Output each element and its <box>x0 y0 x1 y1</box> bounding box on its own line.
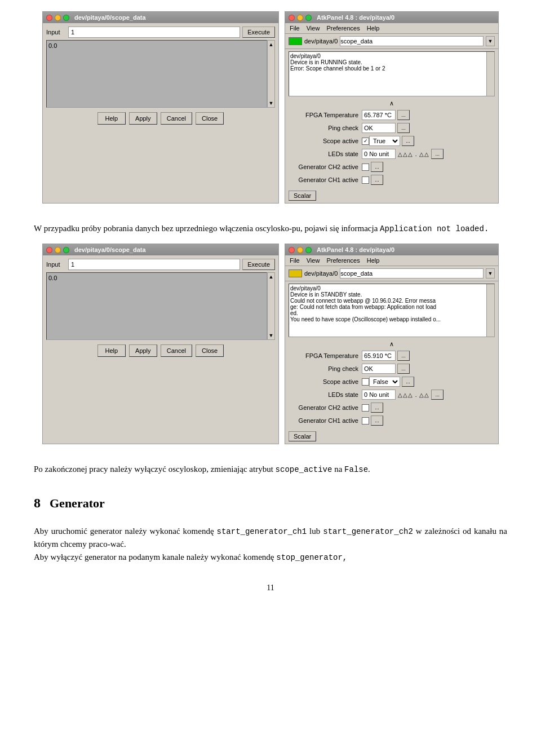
menu-bar-top: File View Preferences Help <box>285 23 498 34</box>
menu-preferences-bottom[interactable]: Preferences <box>325 257 361 264</box>
close-button-top[interactable]: Close <box>196 112 224 125</box>
maximize-traffic-light-bottom[interactable] <box>63 247 69 253</box>
scope-window-content-bottom: Input Execute 0.0 ▲ ▼ Help App <box>43 255 278 362</box>
atk-close-light-bottom[interactable] <box>289 247 295 253</box>
param-leds-bottom: LEDs state 0 No unit △△△ . △△ ... <box>289 389 495 400</box>
minimize-traffic-light-bottom[interactable] <box>55 247 61 253</box>
gen-ch2-checkbox-top[interactable] <box>362 163 369 171</box>
scalar-btn-top[interactable]: Scalar <box>289 191 316 201</box>
param-gen-ch1-top: Generator CH1 active ... <box>289 174 495 185</box>
apply-button-bottom[interactable]: Apply <box>129 344 157 357</box>
gen-ch2-checkbox-bottom[interactable] <box>362 404 369 412</box>
help-button-top[interactable]: Help <box>97 112 126 125</box>
input-row-bottom: Input Execute <box>46 259 275 270</box>
scope-window-content: Input Execute 0.0 ▲ ▼ Help App <box>43 23 278 130</box>
cancel-button-bottom[interactable]: Cancel <box>161 344 192 357</box>
scope-active-dropdown-top[interactable]: True False <box>369 136 400 146</box>
leds-value-top: 0 No unit <box>362 149 396 159</box>
scope-active-btn-bottom[interactable]: ... <box>402 377 414 387</box>
scope-active-checkbox-top[interactable]: ✓ <box>362 138 369 145</box>
menu-file-bottom[interactable]: File <box>289 257 301 264</box>
scrollbar-bottom[interactable]: ▲ ▼ <box>267 272 275 340</box>
gen-ch1-checkbox-bottom[interactable] <box>362 417 369 425</box>
scope-active-dropdown-bottom[interactable]: False True <box>369 377 400 387</box>
gen-ch1-checkbox-top[interactable] <box>362 176 369 184</box>
ping-value-bottom: OK <box>362 364 396 374</box>
title-bar-bottom-left: dev/pitaya/0/scope_data <box>43 244 278 255</box>
sec8-code3: stop_generator, <box>276 553 347 562</box>
page-content: dev/pitaya/0/scope_data Input Execute 0.… <box>34 11 507 593</box>
scope-data-input-bottom[interactable] <box>340 268 484 278</box>
maximize-traffic-light[interactable] <box>63 15 69 21</box>
execute-button-top[interactable]: Execute <box>242 26 275 38</box>
section-8-title: Generator <box>50 496 105 511</box>
output-area-top: 0.0 <box>46 40 267 108</box>
dropdown-arrow-top[interactable]: ▼ <box>486 36 495 46</box>
led-icons-bottom: △△△ . △△ <box>398 392 429 398</box>
gen-ch2-btn-top[interactable]: ... <box>371 162 383 172</box>
close-button-bottom[interactable]: Close <box>196 344 224 357</box>
para2-code2: False <box>344 465 368 474</box>
menu-view-top[interactable]: View <box>305 24 321 32</box>
para1-code: Application not loaded. <box>380 224 489 233</box>
para2-text-after: . <box>368 465 370 474</box>
help-button-bottom[interactable]: Help <box>97 344 126 357</box>
menu-file-top[interactable]: File <box>289 24 301 32</box>
ping-btn-top[interactable]: ... <box>397 123 410 133</box>
atk-close-light-top[interactable] <box>289 15 295 21</box>
scope-active-btn-top[interactable]: ... <box>402 136 414 146</box>
scope-window-top: dev/pitaya/0/scope_data Input Execute 0.… <box>42 11 279 204</box>
para2-code1: scope_active <box>276 465 332 474</box>
sec8-text4: Aby wyłączyć generator na podanym kanale… <box>34 552 276 562</box>
scrollbar-top[interactable]: ▲ ▼ <box>267 40 275 108</box>
sec8-text1: Aby uruchomić generator należy wykonać k… <box>34 527 217 536</box>
leds-btn-bottom[interactable]: ... <box>431 390 444 400</box>
apply-button-top[interactable]: Apply <box>129 112 157 125</box>
dropdown-arrow-bottom[interactable]: ▼ <box>486 268 495 278</box>
scope-data-input-top[interactable] <box>340 36 484 46</box>
input-field-top[interactable] <box>68 26 240 38</box>
cancel-button-top[interactable]: Cancel <box>161 112 192 125</box>
scope-window-bottom: dev/pitaya/0/scope_data Input Execute 0.… <box>42 244 279 444</box>
leds-label-bottom: LEDs state <box>289 391 362 398</box>
button-row-top: Help Apply Cancel Close <box>46 110 275 127</box>
para2-text-middle: na <box>332 465 344 474</box>
gen-ch1-btn-bottom[interactable]: ... <box>371 415 383 426</box>
fpga-temp-btn-bottom[interactable]: ... <box>397 351 410 361</box>
menu-help-bottom[interactable]: Help <box>366 257 381 264</box>
menu-view-bottom[interactable]: View <box>305 257 321 264</box>
ping-btn-bottom[interactable]: ... <box>397 364 410 374</box>
menu-preferences-top[interactable]: Preferences <box>325 24 361 32</box>
top-screenshot-pair: dev/pitaya/0/scope_data Input Execute 0.… <box>34 11 507 204</box>
device-bar-top: dev/pitaya/0 ▼ <box>285 34 498 49</box>
atk-min-light-bottom[interactable] <box>297 247 303 253</box>
minimize-traffic-light[interactable] <box>55 15 61 21</box>
menu-help-top[interactable]: Help <box>366 24 381 32</box>
log-text-bottom: dev/pitaya/0 Device is in STANDBY state.… <box>290 285 493 322</box>
fpga-temp-btn-top[interactable]: ... <box>397 110 410 120</box>
log-area-bottom: dev/pitaya/0 Device is in STANDBY state.… <box>289 284 495 337</box>
page-number: 11 <box>34 583 507 593</box>
atk-traffic-lights-bottom <box>289 247 312 253</box>
leds-label-top: LEDs state <box>289 151 362 157</box>
atk-min-light-top[interactable] <box>297 15 303 21</box>
atk-window-title-bottom: AtkPanel 4.8 : dev/pitaya/0 <box>317 246 394 253</box>
sec8-code1: start_generator_ch1 <box>217 527 307 536</box>
atk-max-light-bottom[interactable] <box>305 247 312 253</box>
gen-ch2-btn-bottom[interactable]: ... <box>371 403 383 413</box>
log-scrollbar-top[interactable] <box>486 52 494 96</box>
param-scope-active-top: Scope active ✓ True False ... <box>289 135 495 147</box>
log-scrollbar-bottom[interactable] <box>486 284 494 337</box>
sec8-text2: lub <box>307 527 323 536</box>
gen-ch2-label-bottom: Generator CH2 active <box>289 404 362 411</box>
gen-ch1-btn-top[interactable]: ... <box>371 175 383 185</box>
scalar-btn-bottom[interactable]: Scalar <box>289 431 316 441</box>
leds-btn-top[interactable]: ... <box>431 149 444 159</box>
close-traffic-light[interactable] <box>46 15 52 21</box>
input-field-bottom[interactable] <box>68 259 240 270</box>
execute-button-bottom[interactable]: Execute <box>242 259 275 270</box>
atk-max-light-top[interactable] <box>305 15 312 21</box>
scope-active-checkbox-bottom[interactable] <box>362 378 369 386</box>
close-traffic-light-bottom[interactable] <box>46 247 52 253</box>
menu-bar-bottom: File View Preferences Help <box>285 255 498 266</box>
